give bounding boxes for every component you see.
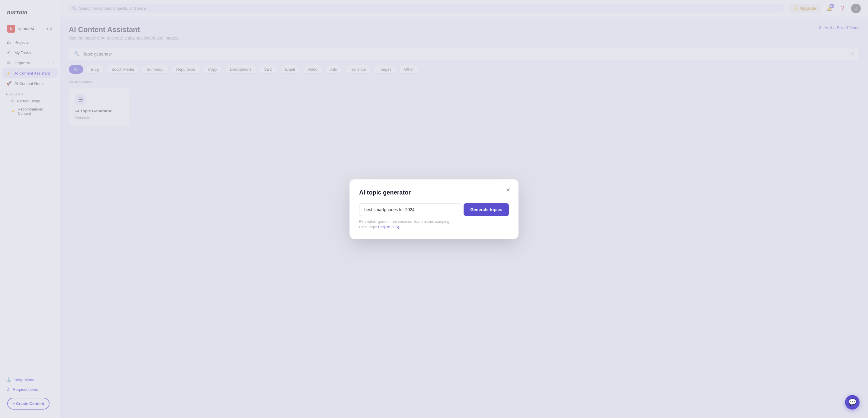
modal-close-button[interactable]: ✕	[503, 185, 513, 195]
language-label: Language:	[359, 225, 377, 229]
modal-language: Language: English (US)	[359, 225, 509, 229]
generate-topics-button[interactable]: Generate topics	[464, 203, 509, 216]
topic-input[interactable]	[359, 203, 461, 216]
modal-input-row: Generate topics	[359, 203, 509, 216]
modal-title: AI topic generator	[359, 189, 509, 196]
ai-topic-generator-modal: AI topic generator ✕ Generate topics Exa…	[349, 179, 519, 239]
chat-fab-button[interactable]: 💬	[845, 395, 860, 410]
modal-hint: Examples: garden maintenance, learn pian…	[359, 219, 509, 224]
chat-icon: 💬	[848, 398, 857, 406]
modal-overlay: AI topic generator ✕ Generate topics Exa…	[0, 0, 868, 418]
language-link[interactable]: English (US)	[378, 225, 399, 229]
